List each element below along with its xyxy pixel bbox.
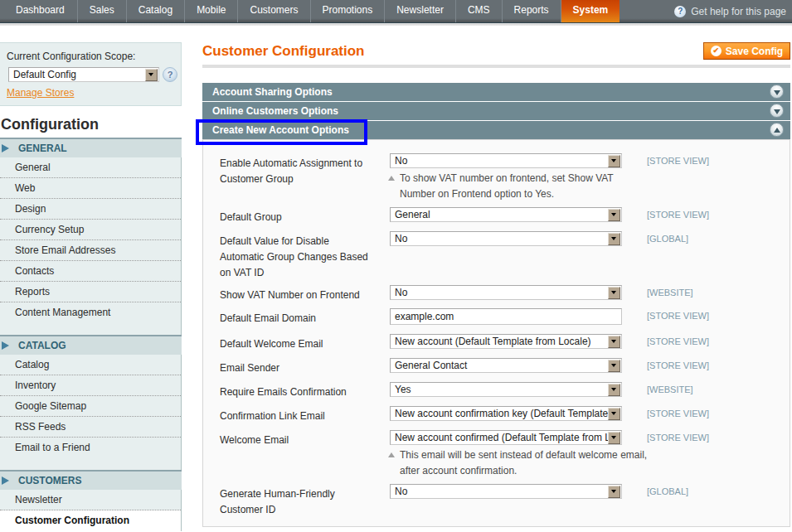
chevron-down-icon bbox=[774, 109, 780, 114]
sidebar-item-design[interactable]: Design bbox=[0, 199, 181, 220]
select-confirmation-link-email[interactable]: New account confirmation key (Default Te… bbox=[390, 406, 622, 421]
select-show-vat-number-on-frontend[interactable]: No bbox=[390, 285, 622, 300]
field-label: Confirmation Link Email bbox=[220, 409, 375, 424]
field-control: No bbox=[390, 153, 622, 168]
sidebar-item-newsletter[interactable]: Newsletter bbox=[0, 490, 181, 510]
select-arrow-icon[interactable] bbox=[608, 233, 620, 245]
select-default-group[interactable]: General bbox=[390, 207, 622, 222]
section-title: Account Sharing Options bbox=[212, 86, 333, 98]
sidebar-item-google-sitemap[interactable]: Google Sitemap bbox=[0, 396, 181, 417]
sidebar-item-contacts[interactable]: Contacts bbox=[0, 261, 181, 282]
nav-item-newsletter[interactable]: Newsletter bbox=[385, 0, 456, 22]
select-default-value-for-disable-automatic-group-changes-based-on-vat-id[interactable]: No bbox=[390, 231, 622, 246]
scope-badge: [STORE VIEW] bbox=[647, 409, 709, 418]
sidebar-group-header-customers[interactable]: CUSTOMERS bbox=[0, 470, 182, 490]
nav-item-catalog[interactable]: Catalog bbox=[127, 0, 185, 22]
field-control: No bbox=[390, 285, 622, 300]
select-arrow-icon[interactable] bbox=[608, 486, 620, 498]
sidebar-item-general[interactable]: General bbox=[0, 157, 181, 178]
sidebar-item-rss-feeds[interactable]: RSS Feeds bbox=[0, 417, 181, 438]
nav-item-dashboard[interactable]: Dashboard bbox=[0, 0, 78, 22]
select-value: New account confirmation key (Default Te… bbox=[395, 407, 608, 420]
help-icon: ? bbox=[674, 6, 686, 17]
select-arrow-icon[interactable] bbox=[608, 155, 620, 167]
nav-item-cms[interactable]: CMS bbox=[456, 0, 503, 22]
config-scope-box: Current Configuration Scope: Default Con… bbox=[0, 42, 182, 106]
chevron-right-icon bbox=[2, 341, 9, 350]
sidebar-item-customer-configuration[interactable]: Customer Configuration bbox=[0, 510, 181, 531]
field-control bbox=[390, 308, 622, 325]
title-divider bbox=[202, 65, 790, 68]
chevron-right-icon bbox=[2, 476, 9, 485]
help-link[interactable]: ? Get help for this page bbox=[674, 0, 786, 22]
select-arrow-icon[interactable] bbox=[608, 384, 620, 396]
sidebar-item-email-to-a-friend[interactable]: Email to a Friend bbox=[0, 438, 181, 458]
field-label: Default Welcome Email bbox=[220, 336, 375, 352]
field-label: Enable Automatic Assignment to Customer … bbox=[220, 156, 375, 187]
sidebar-item-currency-setup[interactable]: Currency Setup bbox=[0, 220, 181, 240]
field-label: Show VAT Number on Frontend bbox=[220, 288, 375, 303]
scope-badge: [GLOBAL] bbox=[647, 234, 688, 244]
field-label: Default Group bbox=[220, 210, 375, 225]
scope-badge: [WEBSITE] bbox=[647, 288, 693, 297]
select-arrow-icon[interactable] bbox=[608, 432, 620, 444]
section-header-online-customers-options[interactable]: Online Customers Options bbox=[202, 102, 790, 120]
nav-item-system[interactable]: System bbox=[561, 0, 620, 22]
nav-item-reports[interactable]: Reports bbox=[503, 0, 561, 22]
sidebar-item-content-management[interactable]: Content Management bbox=[0, 302, 181, 323]
select-value: General Contact bbox=[395, 359, 608, 372]
save-config-button[interactable]: ✔ Save Config bbox=[703, 42, 790, 60]
sidebar-item-inventory[interactable]: Inventory bbox=[0, 375, 181, 396]
sidebar-group-header-catalog[interactable]: CATALOG bbox=[0, 335, 182, 355]
field-control: New account confirmed (Default Template … bbox=[390, 430, 622, 445]
select-arrow-icon[interactable] bbox=[608, 336, 620, 348]
select-email-sender[interactable]: General Contact bbox=[390, 358, 622, 373]
nav-item-mobile[interactable]: Mobile bbox=[185, 0, 238, 22]
field-note: This email will be sent instead of defau… bbox=[388, 447, 658, 479]
scope-help-icon[interactable]: ? bbox=[163, 67, 177, 82]
field-control: Yes bbox=[390, 382, 622, 397]
select-enable-automatic-assignment-to-customer-group[interactable]: No bbox=[390, 153, 622, 168]
manage-stores-link[interactable]: Manage Stores bbox=[7, 87, 74, 99]
nav-bottom-strip bbox=[0, 23, 792, 26]
sidebar-item-catalog[interactable]: Catalog bbox=[0, 355, 181, 375]
field-label: Welcome Email bbox=[220, 433, 375, 448]
collapse-button[interactable] bbox=[770, 123, 784, 137]
chevron-up-icon bbox=[774, 128, 780, 133]
scope-select[interactable]: Default Config bbox=[8, 67, 159, 82]
select-value: No bbox=[395, 232, 608, 245]
top-nav: DashboardSalesCatalogMobileCustomersProm… bbox=[0, 0, 792, 23]
sidebar-group-header-general[interactable]: GENERAL bbox=[0, 138, 182, 157]
scope-badge: [GLOBAL] bbox=[647, 486, 688, 496]
field-label: Generate Human-Friendly Customer ID bbox=[220, 486, 375, 518]
select-arrow-icon[interactable] bbox=[608, 287, 620, 299]
scope-select-value: Default Config bbox=[13, 68, 145, 81]
select-generate-human-friendly-customer-id[interactable]: No bbox=[390, 484, 622, 499]
sidebar-item-reports[interactable]: Reports bbox=[0, 282, 181, 302]
select-value: No bbox=[395, 485, 608, 498]
field-label: Default Email Domain bbox=[220, 311, 375, 326]
nav-item-sales[interactable]: Sales bbox=[78, 0, 127, 22]
select-arrow-icon[interactable] bbox=[608, 209, 620, 221]
select-welcome-email[interactable]: New account confirmed (Default Template … bbox=[390, 430, 622, 445]
sidebar-item-web[interactable]: Web bbox=[0, 178, 181, 199]
scope-badge: [STORE VIEW] bbox=[647, 433, 709, 443]
scope-select-arrow-icon[interactable] bbox=[145, 69, 158, 81]
scope-badge: [STORE VIEW] bbox=[647, 210, 709, 220]
select-arrow-icon[interactable] bbox=[608, 360, 620, 372]
nav-item-promotions[interactable]: Promotions bbox=[311, 0, 386, 22]
sidebar-group-list-customers: NewsletterCustomer Configuration bbox=[0, 490, 182, 531]
page-title: Customer Configuration bbox=[202, 44, 365, 59]
section-header-account-sharing-options[interactable]: Account Sharing Options bbox=[202, 83, 790, 101]
input-default-email-domain[interactable] bbox=[390, 308, 622, 325]
sidebar-item-store-email-addresses[interactable]: Store Email Addresses bbox=[0, 240, 181, 261]
scope-badge: [STORE VIEW] bbox=[647, 360, 709, 370]
sidebar-heading: Configuration bbox=[1, 116, 99, 133]
expand-button[interactable] bbox=[770, 104, 784, 118]
select-default-welcome-email[interactable]: New account (Default Template from Local… bbox=[390, 334, 622, 349]
select-arrow-icon[interactable] bbox=[608, 408, 620, 420]
nav-item-customers[interactable]: Customers bbox=[238, 0, 310, 22]
expand-button[interactable] bbox=[770, 85, 784, 99]
chevron-right-icon bbox=[2, 144, 9, 152]
select-require-emails-confirmation[interactable]: Yes bbox=[390, 382, 622, 397]
